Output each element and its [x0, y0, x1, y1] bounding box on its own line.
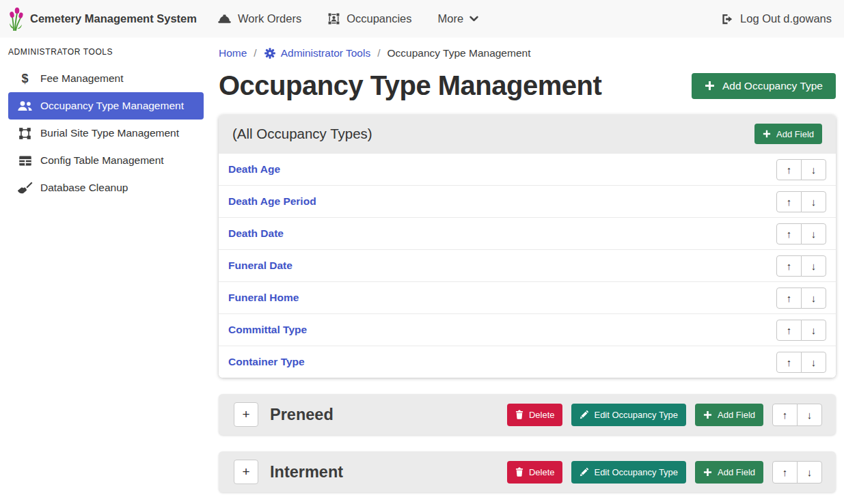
add-field-button[interactable]: Add Field: [754, 124, 822, 144]
logout-button[interactable]: Log Out d.gowans: [721, 12, 832, 25]
field-link-death-age[interactable]: Death Age: [228, 163, 280, 176]
reorder-controls: ↑ ↓: [776, 320, 826, 341]
field-link-death-date[interactable]: Death Date: [228, 227, 284, 240]
frame-person-icon: [327, 12, 340, 25]
field-link-container-type[interactable]: Container Type: [228, 356, 305, 368]
sidebar-item-occupancy-type-management[interactable]: Occupancy Type Management: [8, 92, 204, 120]
add-field-label: Add Field: [718, 410, 755, 420]
move-up-icon[interactable]: ↑: [772, 461, 798, 484]
edit-occupancy-type-label: Edit Occupancy Type: [594, 410, 678, 420]
move-down-icon[interactable]: ↓: [801, 320, 826, 341]
all-occupancy-types-card: (All Occupancy Types) Add Field Death Ag…: [219, 115, 836, 378]
move-up-icon[interactable]: ↑: [772, 404, 798, 426]
vector-square-icon: [17, 127, 33, 140]
expand-button[interactable]: +: [234, 460, 258, 484]
add-occupancy-type-button[interactable]: Add Occupancy Type: [692, 73, 836, 99]
plus-icon: [763, 130, 771, 138]
breadcrumb-current: Occupancy Type Management: [387, 47, 531, 59]
sidebar-item-config-table-management[interactable]: Config Table Management: [8, 147, 204, 174]
reorder-controls: ↑ ↓: [776, 159, 826, 180]
move-down-icon[interactable]: ↓: [801, 191, 826, 212]
field-link-funeral-home[interactable]: Funeral Home: [228, 292, 299, 304]
add-field-label: Add Field: [718, 467, 755, 477]
sidebar: ADMINISTRATOR TOOLS $ Fee Management Occ…: [0, 38, 212, 504]
section-actions: Delete Edit Occupancy Type Add: [507, 404, 822, 426]
move-up-icon[interactable]: ↑: [776, 191, 802, 212]
field-link-death-age-period[interactable]: Death Age Period: [228, 195, 316, 208]
app-brand[interactable]: Cemetery Management System: [7, 7, 197, 31]
field-link-funeral-date[interactable]: Funeral Date: [228, 260, 292, 272]
move-down-icon[interactable]: ↓: [801, 352, 826, 373]
sidebar-item-label: Database Cleanup: [40, 182, 128, 194]
table-icon: [17, 155, 33, 167]
move-down-icon[interactable]: ↓: [801, 223, 826, 244]
move-down-icon[interactable]: ↓: [797, 461, 822, 484]
page-title: Occupancy Type Management: [219, 70, 601, 101]
field-row: Death Age ↑ ↓: [219, 153, 836, 185]
move-up-icon[interactable]: ↑: [776, 320, 802, 341]
field-row: Death Date ↑ ↓: [219, 217, 836, 249]
logout-icon: [721, 13, 734, 25]
move-up-icon[interactable]: ↑: [776, 223, 802, 244]
move-up-icon[interactable]: ↑: [776, 288, 802, 309]
delete-button[interactable]: Delete: [507, 461, 563, 484]
move-down-icon[interactable]: ↓: [801, 288, 826, 309]
all-occupancy-types-header: (All Occupancy Types) Add Field: [219, 115, 836, 153]
navbar-menu: Work Orders Occupancies More: [217, 12, 478, 25]
chevron-down-icon: [469, 16, 478, 22]
edit-occupancy-type-button[interactable]: Edit Occupancy Type: [571, 461, 686, 484]
logout-label: Log Out d.gowans: [740, 12, 832, 25]
app-title: Cemetery Management System: [30, 12, 197, 25]
occupancy-type-section-preneed: + Preneed Delete: [219, 394, 836, 435]
breadcrumb-label: Home: [219, 47, 247, 59]
reorder-controls: ↑ ↓: [776, 288, 826, 309]
plus-icon: [703, 410, 712, 419]
reorder-controls: ↑ ↓: [772, 404, 822, 426]
move-up-icon[interactable]: ↑: [776, 159, 802, 180]
add-field-button[interactable]: Add Field: [695, 461, 763, 484]
sidebar-item-fee-management[interactable]: $ Fee Management: [8, 65, 204, 92]
edit-occupancy-type-label: Edit Occupancy Type: [594, 467, 678, 477]
users-icon: [17, 100, 33, 111]
pencil-icon: [580, 410, 588, 419]
edit-occupancy-type-button[interactable]: Edit Occupancy Type: [571, 404, 686, 426]
occupancy-type-section-interment: + Interment Delete: [219, 451, 836, 492]
plus-icon: [705, 81, 715, 91]
sidebar-item-database-cleanup[interactable]: Database Cleanup: [8, 174, 204, 201]
breadcrumb-administrator-tools-link[interactable]: Administrator Tools: [264, 47, 371, 59]
field-row: Committal Type ↑ ↓: [219, 313, 836, 346]
reorder-controls: ↑ ↓: [772, 461, 822, 484]
sidebar-heading: ADMINISTRATOR TOOLS: [0, 46, 212, 65]
nav-item-more[interactable]: More: [438, 12, 479, 25]
breadcrumb-separator: /: [254, 47, 256, 59]
move-up-icon[interactable]: ↑: [776, 255, 802, 277]
top-navbar: Cemetery Management System Work Orders: [0, 0, 844, 38]
move-down-icon[interactable]: ↓: [801, 159, 826, 180]
nav-item-label: Occupancies: [346, 12, 411, 25]
move-down-icon[interactable]: ↓: [801, 255, 826, 277]
sidebar-item-label: Fee Management: [40, 72, 124, 85]
delete-button[interactable]: Delete: [507, 404, 563, 426]
move-up-icon[interactable]: ↑: [776, 352, 802, 373]
move-down-icon[interactable]: ↓: [797, 404, 822, 426]
plus-icon: [703, 468, 712, 477]
breadcrumb-label: Administrator Tools: [281, 47, 371, 59]
add-field-button[interactable]: Add Field: [695, 404, 763, 426]
trash-icon: [515, 467, 523, 477]
field-link-committal-type[interactable]: Committal Type: [228, 324, 307, 336]
breadcrumb-home-link[interactable]: Home: [219, 47, 247, 59]
occupancy-type-title: Interment: [270, 463, 343, 481]
nav-item-occupancies[interactable]: Occupancies: [327, 12, 411, 25]
reorder-controls: ↑ ↓: [776, 255, 826, 277]
nav-item-label: More: [438, 12, 464, 25]
sidebar-item-label: Config Table Management: [40, 154, 164, 167]
broom-icon: [17, 182, 33, 194]
field-row: Funeral Date ↑ ↓: [219, 249, 836, 281]
sidebar-item-burial-site-type-management[interactable]: Burial Site Type Management: [8, 120, 204, 147]
card-title: (All Occupancy Types): [232, 126, 372, 142]
add-field-label: Add Field: [776, 129, 814, 139]
expand-button[interactable]: +: [234, 402, 258, 427]
trash-icon: [515, 410, 523, 419]
nav-item-work-orders[interactable]: Work Orders: [217, 12, 301, 25]
delete-label: Delete: [529, 467, 555, 477]
